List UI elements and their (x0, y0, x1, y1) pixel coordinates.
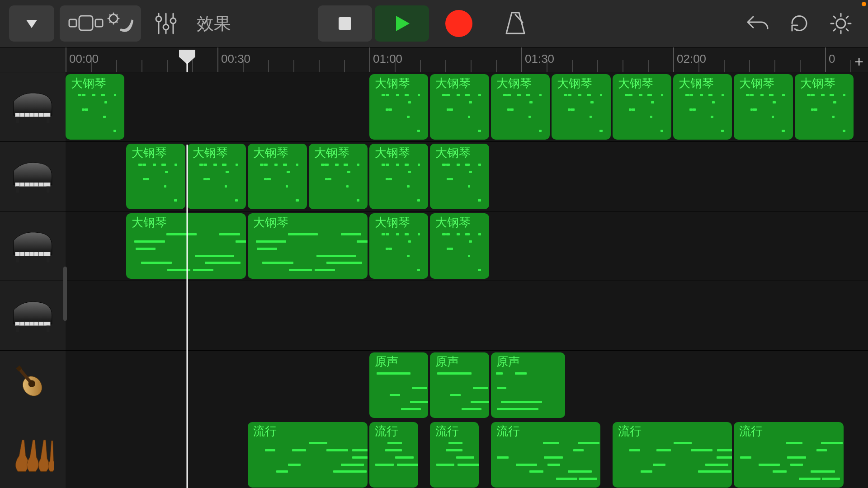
region-title: 大钢琴 (496, 77, 545, 90)
region-title: 原声 (375, 355, 424, 368)
svg-rect-23 (16, 117, 19, 123)
region-title: 大钢琴 (739, 77, 788, 90)
my-songs-dropdown-button[interactable] (9, 5, 54, 42)
mixer-button[interactable] (146, 5, 185, 42)
record-button[interactable] (432, 5, 486, 42)
midi-region[interactable]: 流行 (430, 422, 479, 488)
track-header[interactable] (0, 142, 66, 211)
metronome-button[interactable] (495, 5, 536, 42)
region-title: 流行 (618, 425, 728, 438)
track-row: 原声原声原声 (0, 351, 868, 420)
strings-icon (11, 433, 54, 476)
transport-controls (318, 5, 536, 42)
midi-region[interactable]: 原声 (369, 352, 428, 418)
play-button[interactable] (375, 5, 429, 42)
piano-icon (11, 225, 54, 267)
track-header[interactable] (0, 420, 66, 488)
svg-rect-16 (15, 113, 51, 117)
midi-region[interactable]: 大钢琴 (369, 144, 428, 209)
midi-region[interactable]: 流行 (491, 422, 600, 488)
region-title: 大钢琴 (435, 77, 484, 90)
svg-rect-51 (47, 325, 50, 332)
track-row: 流行流行流行流行流行流行 (0, 420, 868, 488)
region-title: 大钢琴 (375, 77, 424, 90)
midi-region[interactable]: 流行 (248, 422, 368, 488)
svg-marker-12 (396, 16, 410, 31)
track-lane[interactable]: 流行流行流行流行流行流行 (66, 420, 868, 488)
svg-rect-34 (15, 252, 51, 256)
track-header[interactable] (0, 72, 66, 141)
track-header-scroll-thumb[interactable] (63, 267, 67, 321)
track-lane[interactable]: 原声原声原声 (66, 351, 868, 420)
track-lane[interactable] (66, 281, 868, 350)
fx-button[interactable]: 效果 (192, 5, 236, 42)
ruler-time-label: 00:30 (221, 52, 250, 66)
tracks-view-button[interactable] (60, 5, 141, 42)
ruler-time-label: 01:30 (525, 52, 554, 66)
track-row (0, 281, 868, 351)
midi-region[interactable]: 大钢琴 (430, 144, 489, 209)
midi-region[interactable]: 大钢琴 (248, 213, 368, 279)
midi-region[interactable]: 大钢琴 (369, 74, 428, 140)
region-title: 大钢琴 (375, 146, 424, 160)
svg-rect-33 (47, 186, 50, 192)
midi-region[interactable]: 大钢琴 (673, 74, 732, 140)
midi-region[interactable]: 流行 (734, 422, 843, 488)
region-title: 大钢琴 (800, 77, 849, 90)
midi-region[interactable]: 原声 (430, 352, 489, 418)
timeline-ruler-row: + 00:0000:3001:0001:3002:000 (0, 47, 868, 72)
stop-button[interactable] (318, 5, 372, 42)
svg-rect-50 (16, 325, 19, 332)
track-header[interactable] (0, 281, 66, 350)
svg-line-14 (515, 14, 523, 23)
track-header[interactable] (0, 351, 66, 420)
region-title: 大钢琴 (71, 77, 120, 90)
ruler-time-label: 0 (829, 52, 835, 66)
midi-region[interactable]: 大钢琴 (66, 74, 124, 140)
midi-region[interactable]: 大钢琴 (369, 213, 428, 279)
add-track-button[interactable]: + (854, 53, 863, 70)
settings-button[interactable] (823, 5, 859, 42)
midi-region[interactable]: 大钢琴 (613, 74, 671, 140)
track-lane[interactable]: 大钢琴大钢琴大钢琴大钢琴大钢琴大钢琴大钢琴大钢琴大钢琴 (66, 72, 868, 141)
top-toolbar: 效果 (0, 0, 868, 47)
svg-point-6 (156, 16, 161, 22)
midi-region[interactable]: 原声 (491, 352, 565, 418)
svg-rect-11 (339, 17, 351, 30)
region-title: 流行 (435, 425, 474, 438)
midi-region[interactable]: 大钢琴 (187, 144, 246, 209)
midi-region[interactable]: 大钢琴 (430, 213, 489, 279)
region-title: 大钢琴 (314, 146, 363, 160)
piano-icon (11, 155, 54, 198)
midi-region[interactable]: 大钢琴 (309, 144, 368, 209)
timeline-ruler[interactable]: + 00:0000:3001:0001:3002:000 (66, 47, 868, 72)
svg-rect-3 (95, 19, 103, 27)
midi-region[interactable]: 流行 (613, 422, 732, 488)
svg-point-13 (445, 10, 472, 37)
midi-region[interactable]: 大钢琴 (430, 74, 489, 140)
midi-region[interactable]: 大钢琴 (552, 74, 610, 140)
midi-region[interactable]: 大钢琴 (248, 144, 307, 209)
svg-rect-42 (47, 256, 50, 262)
svg-rect-43 (15, 321, 51, 325)
loop-browser-button[interactable] (781, 5, 817, 42)
midi-region[interactable]: 大钢琴 (126, 213, 246, 279)
svg-rect-24 (47, 117, 50, 123)
svg-rect-1 (69, 19, 76, 27)
region-title: 流行 (739, 425, 839, 438)
region-title: 大钢琴 (435, 216, 484, 229)
svg-rect-41 (16, 256, 19, 262)
midi-region[interactable]: 大钢琴 (734, 74, 793, 140)
track-header[interactable] (0, 211, 66, 281)
region-title: 大钢琴 (193, 146, 241, 160)
midi-region[interactable]: 流行 (369, 422, 418, 488)
undo-button[interactable] (740, 5, 776, 42)
midi-region[interactable]: 大钢琴 (491, 74, 550, 140)
svg-point-10 (170, 18, 176, 23)
track-lane[interactable]: 大钢琴大钢琴大钢琴大钢琴 (66, 211, 868, 281)
midi-region[interactable]: 大钢琴 (126, 144, 185, 209)
midi-region[interactable]: 大钢琴 (795, 74, 854, 140)
track-lane[interactable]: 大钢琴大钢琴大钢琴大钢琴大钢琴大钢琴 (66, 142, 868, 211)
region-title: 大钢琴 (435, 146, 484, 160)
svg-rect-25 (15, 182, 51, 186)
